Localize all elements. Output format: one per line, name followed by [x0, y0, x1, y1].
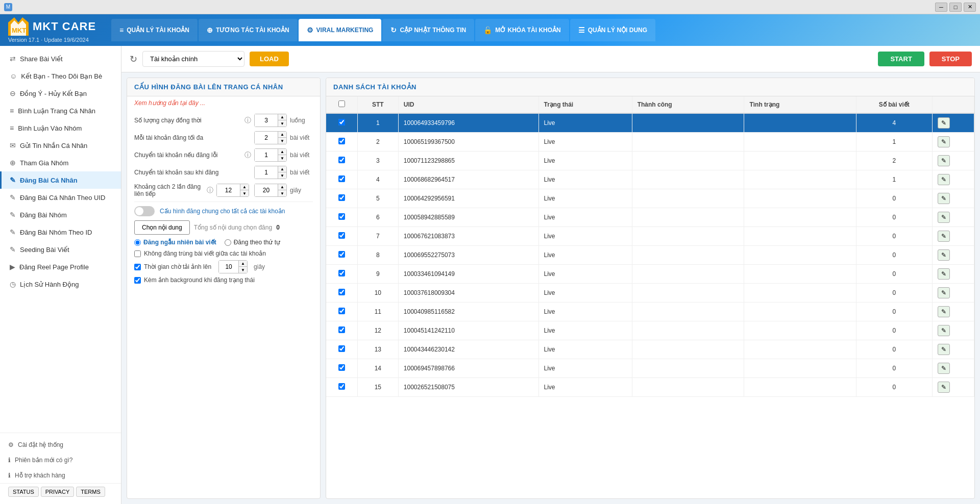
- start-button[interactable]: START: [878, 52, 924, 66]
- row-edit-button[interactable]: ✎: [938, 212, 950, 223]
- tab-cap-nhat[interactable]: ↻ CẬP NHẬT THÔNG TIN: [382, 19, 474, 41]
- row-edit-button[interactable]: ✎: [938, 382, 950, 393]
- row-checkbox[interactable]: [338, 175, 345, 182]
- row-edit-button[interactable]: ✎: [938, 306, 950, 317]
- spinner-up-chuyen-sau[interactable]: ▲: [278, 166, 286, 172]
- minimize-button[interactable]: ─: [935, 3, 947, 12]
- stop-button[interactable]: STOP: [929, 52, 972, 66]
- row-edit-button[interactable]: ✎: [938, 231, 950, 242]
- refresh-icon[interactable]: ↻: [130, 54, 137, 65]
- choose-content-button[interactable]: Chọn nội dung: [134, 220, 190, 235]
- row-edit-button[interactable]: ✎: [938, 117, 950, 129]
- row-edit-button[interactable]: ✎: [938, 325, 950, 336]
- row-checkbox[interactable]: [338, 289, 345, 295]
- input-khoang-cach-1[interactable]: [217, 184, 240, 196]
- sidebar-item-share-bai-viet[interactable]: ⇄ Share Bài Viết: [0, 50, 121, 67]
- table-row[interactable]: 7 100067621083873 Live 0 ✎: [326, 227, 974, 246]
- input-khoang-cach-2[interactable]: [255, 184, 278, 196]
- spinner-down-so-luong[interactable]: ▼: [278, 120, 286, 127]
- row-checkbox[interactable]: [338, 251, 345, 258]
- input-chuyen-sau[interactable]: [255, 166, 278, 179]
- spinner-up-wait[interactable]: ▲: [239, 261, 247, 267]
- table-row[interactable]: 1 100064933459796 Live 4 ✎: [326, 113, 974, 133]
- table-row[interactable]: 5 100064292956591 Live 0 ✎: [326, 189, 974, 208]
- table-row[interactable]: 13 100043446230142 Live 0 ✎: [326, 340, 974, 359]
- table-row[interactable]: 6 100058942885589 Live 0 ✎: [326, 208, 974, 227]
- terms-button[interactable]: TERMS: [76, 487, 105, 497]
- sidebar-item-dang-bai-uid[interactable]: ✎ Đăng Bài Cá Nhân Theo UID: [0, 189, 121, 206]
- account-select[interactable]: Tài khoản chính: [142, 51, 244, 67]
- checkbox-label-wait-image[interactable]: Thời gian chờ tải ảnh lên: [134, 263, 211, 270]
- radio-input-random[interactable]: [134, 239, 141, 246]
- footer-item-phien-ban[interactable]: ℹ Phiên bản mới có gì?: [0, 452, 121, 468]
- row-checkbox[interactable]: [338, 157, 345, 163]
- table-row[interactable]: 15 100026521508075 Live 0 ✎: [326, 378, 974, 397]
- spinner-down-chuyen-loi[interactable]: ▼: [278, 155, 286, 161]
- sidebar-item-dang-bai-nhom[interactable]: ✎ Đăng Bài Nhóm: [0, 206, 121, 223]
- row-edit-button[interactable]: ✎: [938, 344, 950, 355]
- row-edit-button[interactable]: ✎: [938, 268, 950, 280]
- sidebar-item-binh-luan-ca-nhan[interactable]: ≡ Bình Luận Trang Cá Nhân: [0, 102, 121, 119]
- checkbox-background[interactable]: [134, 277, 141, 284]
- sidebar-item-binh-luan-nhom[interactable]: ≡ Bình Luận Vào Nhóm: [0, 119, 121, 137]
- row-checkbox[interactable]: [338, 232, 345, 239]
- checkbox-wait-image[interactable]: [134, 264, 141, 270]
- row-edit-button[interactable]: ✎: [938, 363, 950, 374]
- spinner-down-khoang-1[interactable]: ▼: [240, 190, 249, 196]
- sidebar-item-lich-su[interactable]: ◷ Lịch Sử Hành Động: [0, 275, 121, 293]
- load-button[interactable]: LOAD: [250, 52, 289, 66]
- row-edit-button[interactable]: ✎: [938, 174, 950, 185]
- sidebar-item-ket-ban[interactable]: ☺ Kết Bạn - Theo Dõi Bạn Bè: [0, 67, 121, 85]
- toggle-config-chung[interactable]: [134, 206, 155, 216]
- close-button[interactable]: ✕: [964, 3, 976, 12]
- table-row[interactable]: 14 100069457898766 Live 0 ✎: [326, 359, 974, 378]
- sidebar-item-tham-gia-nhom[interactable]: ⊕ Tham Gia Nhóm: [0, 154, 121, 171]
- privacy-button[interactable]: PRIVACY: [41, 487, 74, 497]
- row-checkbox[interactable]: [338, 308, 345, 314]
- sidebar-item-reel[interactable]: ▶ Đăng Reel Page Profile: [0, 258, 121, 275]
- spinner-down-khoang-2[interactable]: ▼: [278, 190, 286, 196]
- spinner-down-moi[interactable]: ▼: [278, 138, 286, 144]
- row-edit-button[interactable]: ✎: [938, 287, 950, 298]
- table-row[interactable]: 2 100065199367500 Live 1 ✎: [326, 133, 974, 152]
- table-row[interactable]: 10 100037618009304 Live 0 ✎: [326, 284, 974, 303]
- spinner-up-moi[interactable]: ▲: [278, 132, 286, 138]
- row-checkbox[interactable]: [338, 270, 345, 276]
- row-edit-button[interactable]: ✎: [938, 136, 950, 147]
- checkbox-no-duplicate[interactable]: [134, 250, 141, 257]
- checkbox-label-background[interactable]: Kèm ảnh background khi đăng trạng thái: [134, 276, 255, 284]
- row-checkbox[interactable]: [338, 364, 345, 371]
- spinner-up-chuyen-loi[interactable]: ▲: [278, 149, 286, 155]
- row-checkbox[interactable]: [338, 138, 345, 144]
- input-so-luong[interactable]: [255, 114, 278, 127]
- table-row[interactable]: 4 100068682964517 Live 1 ✎: [326, 170, 974, 189]
- radio-random[interactable]: Đăng ngẫu nhiên bài viết: [134, 239, 216, 246]
- status-button[interactable]: STATUS: [8, 487, 39, 497]
- tab-mo-khoa[interactable]: 🔓 MỞ KHÓA TÀI KHOẢN: [475, 19, 569, 41]
- input-chuyen-loi[interactable]: [255, 149, 278, 161]
- row-edit-button[interactable]: ✎: [938, 249, 950, 261]
- table-row[interactable]: 3 100071123298865 Live 2 ✎: [326, 152, 974, 170]
- tab-quan-ly-tai-khoan[interactable]: ≡ QUẢN LÝ TÀI KHOẢN: [111, 19, 198, 41]
- footer-item-cai-dat[interactable]: ⚙ Cài đặt hệ thống: [0, 437, 121, 452]
- tab-tuong-tac[interactable]: ⊕ TƯƠNG TÁC TÀI KHOẢN: [199, 19, 298, 41]
- radio-sequential[interactable]: Đăng theo thứ tự: [225, 239, 280, 246]
- config-help-link[interactable]: Xem hướng dẫn tại đây ...: [127, 96, 320, 110]
- spinner-up-khoang-1[interactable]: ▲: [240, 184, 249, 190]
- footer-item-ho-tro[interactable]: ℹ Hỗ trợ khách hàng: [0, 468, 121, 483]
- table-row[interactable]: 8 100069552275073 Live 0 ✎: [326, 246, 974, 265]
- sidebar-item-dang-bai-ca-nhan[interactable]: ✎ Đăng Bài Cá Nhân: [0, 171, 121, 189]
- row-checkbox[interactable]: [338, 119, 345, 125]
- table-row[interactable]: 9 100033461094149 Live 0 ✎: [326, 265, 974, 284]
- row-checkbox[interactable]: [338, 213, 345, 220]
- tab-quan-ly-noi-dung[interactable]: ☰ QUẢN LÝ NỘI DUNG: [570, 19, 655, 41]
- sidebar-item-seeding[interactable]: ✎ Seeding Bài Viết: [0, 241, 121, 258]
- tab-viral-marketing[interactable]: ⚙ VIRAL MARKETING: [299, 19, 382, 41]
- radio-input-sequential[interactable]: [225, 239, 231, 246]
- spinner-up-khoang-2[interactable]: ▲: [278, 184, 286, 190]
- table-row[interactable]: 11 100040985116582 Live 0 ✎: [326, 303, 974, 321]
- row-checkbox[interactable]: [338, 383, 345, 390]
- row-checkbox[interactable]: [338, 345, 345, 352]
- spinner-down-wait[interactable]: ▼: [239, 267, 247, 273]
- spinner-down-chuyen-sau[interactable]: ▼: [278, 172, 286, 179]
